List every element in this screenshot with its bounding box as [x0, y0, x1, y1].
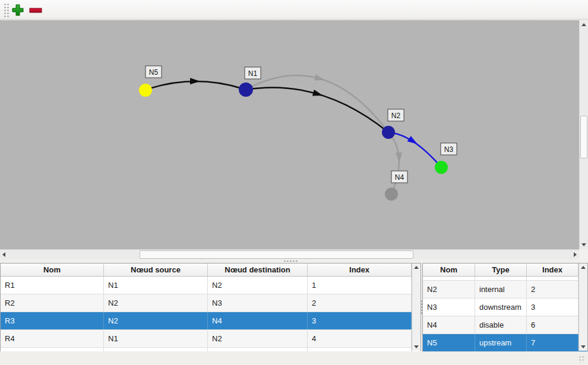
table-row-partial — [423, 277, 587, 281]
splitter-grip-icon — [283, 260, 299, 262]
scrollbar-corner — [579, 249, 588, 259]
scroll-down-button[interactable] — [579, 343, 587, 351]
cell-nom: N5 — [423, 334, 475, 351]
cell-nom: N3 — [423, 299, 475, 316]
graph-node-N2[interactable] — [382, 126, 395, 139]
scroll-up-button[interactable] — [580, 21, 588, 28]
edge-N1-N2[interactable] — [246, 75, 388, 132]
cell-nom: R1 — [1, 277, 104, 294]
edges-table-header: Nom Nœud source Nœud destination Index — [1, 264, 421, 277]
cell-empty — [208, 348, 308, 351]
toolbar-drag-handle[interactable] — [4, 3, 10, 17]
scroll-down-button[interactable] — [580, 241, 588, 249]
column-header-nom[interactable]: Nom — [423, 264, 475, 276]
cell-type: internal — [475, 281, 527, 298]
table-row[interactable]: R1 N1 N2 1 — [1, 277, 421, 294]
cell-source: N1 — [104, 277, 208, 294]
column-header-index[interactable]: Index — [527, 264, 578, 276]
cell-empty — [104, 348, 208, 351]
cell-empty — [423, 277, 475, 280]
cell-index: 2 — [527, 281, 578, 298]
column-header-type[interactable]: Type — [475, 264, 527, 276]
cell-type: disable — [475, 316, 527, 334]
arrow-down-icon — [414, 345, 419, 348]
toolbar — [0, 0, 588, 20]
arrow-down-icon — [581, 345, 586, 348]
edge-N2-N3[interactable] — [388, 132, 441, 167]
cell-nom: N2 — [423, 281, 475, 298]
graph-node-N4[interactable] — [385, 188, 398, 201]
arrow-up-icon — [581, 23, 586, 26]
table-row[interactable]: R4 N1 N2 4 — [1, 330, 421, 348]
arrow-right-icon — [574, 252, 577, 257]
column-header-source[interactable]: Nœud source — [104, 264, 208, 276]
arrow-down-icon — [581, 243, 586, 246]
scroll-right-button[interactable] — [571, 250, 579, 259]
remove-button[interactable] — [29, 3, 43, 17]
edges-table-scrollbar[interactable] — [412, 264, 421, 351]
cell-index: 7 — [527, 334, 578, 351]
column-header-index[interactable]: Index — [308, 264, 412, 276]
scroll-up-button[interactable] — [412, 264, 421, 271]
canvas-vertical-scrollbar[interactable] — [579, 20, 588, 249]
arrowhead-icon — [312, 90, 324, 99]
column-header-destination[interactable]: Nœud destination — [208, 264, 308, 276]
scroll-down-button[interactable] — [412, 343, 421, 351]
node-label-N2: N2 — [391, 112, 401, 120]
cell-type: upstream — [475, 334, 527, 351]
canvas-horizontal-scrollbar[interactable] — [0, 249, 579, 259]
node-label-N4: N4 — [395, 173, 404, 182]
arrow-left-icon — [2, 252, 5, 257]
cell-empty — [527, 277, 578, 280]
vertical-scroll-thumb[interactable] — [580, 116, 587, 158]
column-header-nom[interactable]: Nom — [1, 264, 104, 276]
cell-destination: N4 — [208, 312, 308, 329]
table-row-selected[interactable]: N5 upstream 7 — [423, 334, 587, 352]
table-row[interactable]: N2 internal 2 — [423, 281, 587, 299]
scroll-up-button[interactable] — [579, 264, 587, 271]
cell-empty — [475, 277, 527, 280]
arrow-up-icon — [414, 266, 419, 269]
cell-index: 1 — [308, 277, 412, 294]
add-button[interactable] — [11, 3, 25, 17]
arrowhead-icon — [396, 153, 403, 163]
cell-source: N2 — [104, 294, 208, 312]
node-label-N3: N3 — [444, 145, 454, 154]
nodes-table-header: Nom Type Index — [423, 264, 587, 277]
plus-icon — [11, 4, 24, 17]
cell-type: downstream — [475, 299, 527, 316]
cell-nom: N4 — [423, 316, 475, 334]
arrowhead-icon — [314, 74, 325, 83]
cell-source: N1 — [104, 330, 208, 347]
cell-index: 3 — [527, 299, 578, 316]
cell-destination: N2 — [208, 330, 308, 347]
table-row-empty — [1, 348, 421, 351]
table-row[interactable]: N4 disable 6 — [423, 316, 587, 334]
horizontal-scroll-thumb[interactable] — [140, 250, 413, 259]
cell-empty — [1, 348, 104, 351]
arrowhead-icon — [190, 78, 200, 84]
arrow-up-icon — [581, 266, 586, 269]
node-label-N1: N1 — [248, 69, 258, 78]
graph-node-N1[interactable] — [239, 82, 253, 97]
cell-index: 3 — [308, 312, 412, 329]
graph-node-N5[interactable] — [139, 84, 152, 97]
graph-node-N3[interactable] — [435, 161, 448, 174]
graph-canvas[interactable]: N5N1N2N3N4 — [0, 20, 579, 249]
edge-N2-N4[interactable] — [388, 132, 399, 194]
table-row[interactable]: N3 downstream 3 — [423, 299, 587, 316]
scroll-left-button[interactable] — [0, 250, 8, 259]
table-row[interactable]: R2 N2 N3 2 — [1, 294, 421, 312]
nodes-table-scrollbar[interactable] — [578, 264, 587, 351]
nodes-table: Nom Type Index N2 internal 2 N3 downstre… — [422, 263, 588, 351]
cell-nom: R3 — [1, 312, 104, 329]
cell-index: 6 — [527, 316, 578, 334]
cell-empty — [308, 348, 412, 351]
edges-table: Nom Nœud source Nœud destination Index R… — [0, 263, 421, 351]
cell-index: 2 — [308, 294, 412, 312]
window-resize-grip[interactable] — [578, 356, 586, 363]
table-row-selected[interactable]: R3 N2 N4 3 — [1, 312, 421, 330]
node-label-N5: N5 — [149, 68, 159, 77]
network-graph: N5N1N2N3N4 — [0, 20, 579, 249]
cell-destination: N2 — [208, 277, 308, 294]
